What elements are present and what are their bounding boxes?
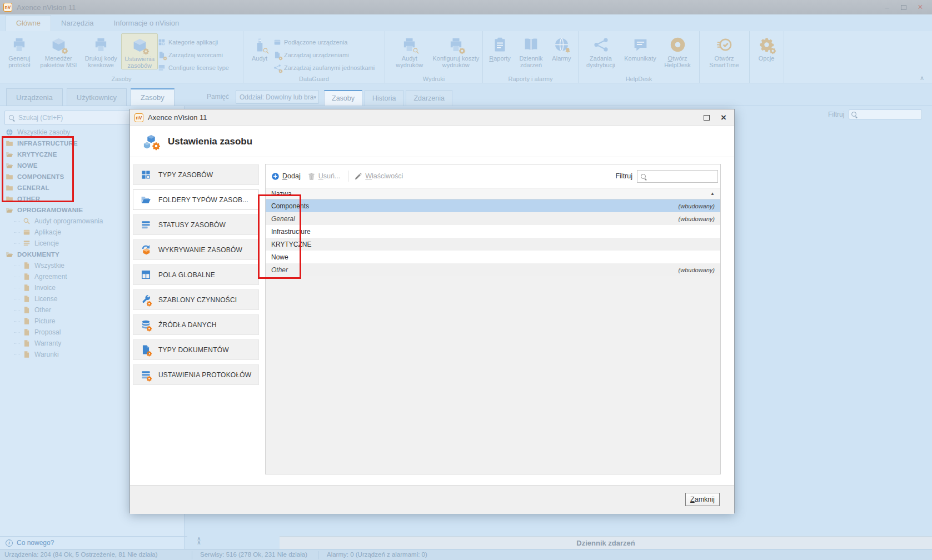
zamknij-button[interactable]: Zamknij [685,493,720,506]
tab-glowne[interactable]: Główne [6,15,51,31]
minimize-icon[interactable]: – [883,3,891,12]
folders-table: Components (wbudowany) General (wbudowan… [266,199,720,276]
status-separator [318,551,318,559]
menedzer-msi-button[interactable]: Menedżer pakietów MSI [37,33,81,68]
close-icon[interactable]: × [916,2,924,12]
zarzadzaj-wzorcami-button[interactable]: Zarządzaj wzorcami [158,49,241,60]
tab-urzadzenia[interactable]: Urządzenia [6,88,63,106]
filter-search-input[interactable] [849,109,922,119]
dialog-nav-item[interactable]: POLA GLOBALNE [133,264,259,285]
dialog-title: Axence nVision 11 [148,113,207,122]
group-label-helpdesk: HelpDesk [579,76,699,82]
kategorie-aplikacji-button[interactable]: Kategorie aplikacji [158,37,241,47]
table-row[interactable]: Components (wbudowany) [266,199,720,212]
table-header[interactable]: Nazwa ▲ [266,188,720,199]
doc-icon [23,351,31,358]
app-logo-icon: nV [134,113,143,122]
usun-button[interactable]: Usuń... [307,172,341,181]
gear-badge-icon [146,351,152,357]
otworz-smarttime-button[interactable]: Otwórz SmartTime [702,33,746,68]
grid-icon [158,38,166,46]
raporty-button[interactable]: Raporty [485,33,515,62]
dialog-nav-item[interactable]: STATUSY ZASOBÓW [133,214,259,235]
ribbon-group-dataguard: Audyt Podłączone urządzenia Zarządzaj ur… [243,31,385,83]
status-urzadzenia: Urządzenia: 204 (84 Ok, 5 Ostrzeżenie, 8… [4,551,158,558]
subtab-zdarzenia[interactable]: Zdarzenia [406,90,452,106]
zarzadzaj-zaufanymi-button[interactable]: Zarządzaj zaufanymi jednostkami [273,62,382,73]
dialog-nav-item[interactable]: TYPY DOKUMENTÓW [133,339,259,360]
dialog-filter-input[interactable] [637,170,718,183]
sort-asc-icon[interactable]: ▲ [710,191,715,196]
alarmy-button[interactable]: Alarmy [547,33,576,62]
trash-icon [307,172,316,181]
rows-icon [23,239,31,247]
folder-open-icon [6,251,13,258]
ustawienia-zasobow-button[interactable]: Ustawienia zasobów [121,33,158,69]
audyt-button[interactable]: Audyt [246,33,273,62]
wlasciwosci-button[interactable]: Właściwości [354,172,403,181]
rows-check-icon [158,64,166,72]
dialog-nav-item[interactable]: TYPY ZASOBÓW [133,164,259,185]
gear-badge-icon [146,301,152,307]
dialog-nav-item[interactable]: USTAWIENIA PROTOKOŁÓW [133,364,259,385]
dialog-nav-item[interactable]: ŹRÓDŁA DANYCH [133,314,259,335]
oddzial-dropdown[interactable]: Oddział: Dowolny lub bra ▾ [236,90,319,104]
table-row[interactable]: Infrastructure [266,225,720,238]
subtab-historia[interactable]: Historia [365,90,403,106]
dialog-nav-item[interactable]: SZABLONY CZYNNOŚCI [133,289,259,310]
dodaj-button[interactable]: Dodaj [271,172,301,181]
table-row[interactable]: Other (wbudowany) [266,263,720,276]
table-row[interactable]: Nowe [266,251,720,263]
dziennik-zdarzen-button[interactable]: Dziennik zdarzeń [515,33,547,68]
tab-narzedzia[interactable]: Narzędzia [51,16,104,31]
folder-open-icon [6,206,13,214]
close-icon[interactable]: × [721,113,726,122]
view-bar: Urządzenia Użytkownicy Zasoby Pamięć Odd… [0,83,932,106]
magnifier-icon [23,217,31,225]
device-gear-icon [273,51,281,59]
printer-audit-icon [400,36,419,53]
table-row[interactable]: KRYTYCZNE [266,238,720,251]
audyt-wydrukow-button[interactable]: Audyt wydruków [387,33,432,68]
zarzadzaj-urzadzeniami-button[interactable]: Zarządzaj urządzeniami [273,49,382,60]
group-label-dataguard: DataGuard [243,76,385,82]
ustawienia-zasobu-dialog: nV Axence nVision 11 × Ustawienia zasobu… [129,109,735,513]
lifebuoy-icon [668,36,687,53]
otworz-helpdesk-button[interactable]: Otwórz HelpDesk [660,33,695,68]
dialog-nav-item[interactable]: FOLDERY TYPÓW ZASOB... [133,189,259,210]
doc-icon [23,284,31,292]
konfiguruj-koszty-button[interactable]: Konfiguruj koszty wydruków [432,33,480,68]
main-titlebar: nV Axence nVision 11 – × [0,0,932,14]
co-nowego-link[interactable]: i Co nowego? [0,536,187,549]
tab-uzytkownicy[interactable]: Użytkownicy [67,88,127,106]
gear-badge-icon [146,376,152,382]
status-separator [192,551,192,559]
zadania-dystrybucji-button[interactable]: Zadania dystrybucji [581,33,621,68]
search-icon [851,112,856,117]
filtruj-label: Filtruj [828,111,844,118]
tab-informacje[interactable]: Informacje o nVision [104,16,190,31]
dziennik-zdarzen-panel[interactable]: Dziennik zdarzeń [280,536,932,549]
maximize-icon[interactable] [901,5,906,10]
subtab-zasoby[interactable]: Zasoby [324,90,362,106]
clipboard-icon [491,36,510,53]
configure-license-button[interactable]: Configure license type [158,62,241,73]
dialog-heading: Ustawienia zasobu [168,136,252,147]
ribbon-group-raporty: Raporty Dziennik zdarzeń Alarmy Raporty … [483,31,579,83]
komunikaty-button[interactable]: Komunikaty [621,33,660,62]
cube-gear-icon [130,36,149,54]
column-nazwa[interactable]: Nazwa [271,190,292,198]
ribbon: Generuj protokół Menedżer pakietów MSI D… [0,31,932,83]
opcje-button[interactable]: Opcje [752,33,781,62]
doc-icon [23,317,31,325]
maximize-icon[interactable] [704,115,710,121]
table-row[interactable]: General (wbudowany) [266,212,720,225]
expand-panel-icon[interactable]: ∧∧ [194,537,204,544]
generuj-protokol-button[interactable]: Generuj protokół [2,33,37,68]
tab-zasoby[interactable]: Zasoby [131,88,175,106]
podlaczone-urzadzenia-button[interactable]: Podłączone urządzenia [273,37,382,47]
dialog-header: Ustawienia zasobu [130,126,734,157]
drukuj-kody-button[interactable]: Drukuj kody kreskowe [81,33,121,68]
dialog-nav-item[interactable]: WYKRYWANIE ZASOBÓW [133,239,259,260]
collapse-ribbon-icon[interactable]: ∧ [920,76,924,81]
